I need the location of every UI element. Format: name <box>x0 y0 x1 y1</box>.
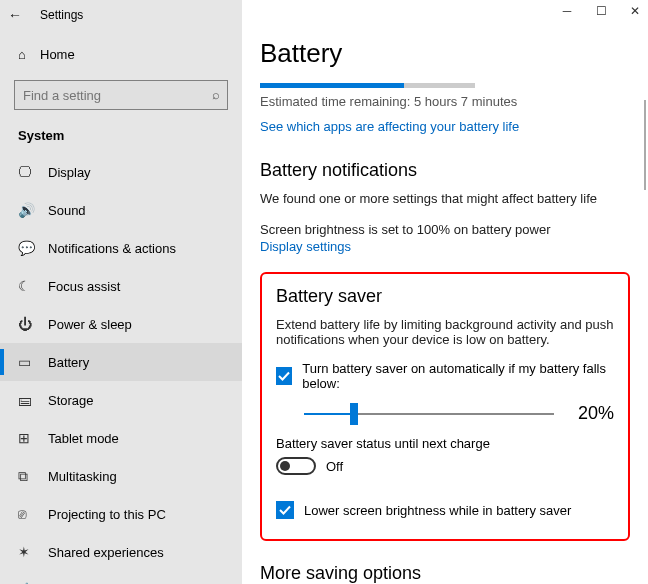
sidebar-item-clipboard[interactable]: 📋Clipboard <box>0 571 242 584</box>
slider-fill <box>304 413 354 415</box>
search-input[interactable] <box>14 80 228 110</box>
sidebar-item-battery[interactable]: ▭Battery <box>0 343 242 381</box>
window-controls: ─ ☐ ✕ <box>560 4 642 18</box>
sidebar-item-notifications-actions[interactable]: 💬Notifications & actions <box>0 229 242 267</box>
titlebar: ← Settings <box>0 0 242 30</box>
minimize-button[interactable]: ─ <box>560 4 574 18</box>
lower-brightness-checkbox-row[interactable]: Lower screen brightness while in battery… <box>276 501 614 519</box>
display-icon: 🖵 <box>18 164 48 180</box>
sidebar-item-label: Focus assist <box>48 279 120 294</box>
sidebar-item-sound[interactable]: 🔊Sound <box>0 191 242 229</box>
power-sleep-icon: ⏻ <box>18 316 48 332</box>
sidebar-item-label: Power & sleep <box>48 317 132 332</box>
status-value: Off <box>326 459 343 474</box>
battery-icon: ▭ <box>18 354 48 370</box>
slider-track[interactable] <box>304 413 554 415</box>
notifications-header: Battery notifications <box>260 160 630 181</box>
sidebar: ← Settings ⌂ Home ⌕ System 🖵Display🔊Soun… <box>0 0 242 584</box>
search-icon: ⌕ <box>212 87 220 102</box>
brightness-note: Screen brightness is set to 100% on batt… <box>260 222 630 237</box>
sidebar-item-label: Multitasking <box>48 469 117 484</box>
more-options-header: More saving options <box>260 563 630 584</box>
battery-progress-fill <box>260 83 404 88</box>
focus-assist-icon: ☾ <box>18 278 48 294</box>
scrollbar[interactable] <box>644 100 646 190</box>
sidebar-item-power-sleep[interactable]: ⏻Power & sleep <box>0 305 242 343</box>
estimated-time: Estimated time remaining: 5 hours 7 minu… <box>260 94 630 109</box>
home-icon: ⌂ <box>18 47 40 62</box>
sidebar-item-label: Shared experiences <box>48 545 164 560</box>
saver-header: Battery saver <box>276 286 614 307</box>
battery-saver-section: Battery saver Extend battery life by lim… <box>260 272 630 541</box>
shared-experiences-icon: ✶ <box>18 544 48 560</box>
sidebar-item-multitasking[interactable]: ⧉Multitasking <box>0 457 242 495</box>
tablet-mode-icon: ⊞ <box>18 430 48 446</box>
page-title: Battery <box>260 38 630 69</box>
battery-progress <box>260 83 475 88</box>
auto-on-checkbox-row[interactable]: Turn battery saver on automatically if m… <box>276 361 614 391</box>
sidebar-item-label: Display <box>48 165 91 180</box>
multitasking-icon: ⧉ <box>18 468 48 485</box>
storage-icon: 🖴 <box>18 392 48 408</box>
sidebar-item-label: Tablet mode <box>48 431 119 446</box>
sidebar-item-home[interactable]: ⌂ Home <box>0 36 242 72</box>
close-button[interactable]: ✕ <box>628 4 642 18</box>
main-content: ─ ☐ ✕ Battery Estimated time remaining: … <box>242 0 648 584</box>
sidebar-item-shared-experiences[interactable]: ✶Shared experiences <box>0 533 242 571</box>
sidebar-item-label: Sound <box>48 203 86 218</box>
auto-on-label: Turn battery saver on automatically if m… <box>302 361 614 391</box>
sidebar-item-focus-assist[interactable]: ☾Focus assist <box>0 267 242 305</box>
projecting-to-this-pc-icon: ⎚ <box>18 506 48 522</box>
sidebar-item-tablet-mode[interactable]: ⊞Tablet mode <box>0 419 242 457</box>
notifications-body: We found one or more settings that might… <box>260 191 630 206</box>
notifications-actions-icon: 💬 <box>18 240 48 256</box>
sidebar-item-label: Storage <box>48 393 94 408</box>
lower-brightness-label: Lower screen brightness while in battery… <box>304 503 571 518</box>
status-label: Battery saver status until next charge <box>276 436 614 451</box>
home-label: Home <box>40 47 75 62</box>
sidebar-section-label: System <box>0 120 242 153</box>
sound-icon: 🔊 <box>18 202 48 218</box>
checkbox-checked-icon[interactable] <box>276 367 292 385</box>
window-title: Settings <box>32 8 83 22</box>
threshold-slider[interactable]: 20% <box>304 403 614 424</box>
toggle-knob <box>280 461 290 471</box>
sidebar-item-storage[interactable]: 🖴Storage <box>0 381 242 419</box>
saver-description: Extend battery life by limiting backgrou… <box>276 317 614 347</box>
maximize-button[interactable]: ☐ <box>594 4 608 18</box>
apps-link[interactable]: See which apps are affecting your batter… <box>260 119 519 134</box>
sidebar-item-label: Notifications & actions <box>48 241 176 256</box>
threshold-value: 20% <box>578 403 614 424</box>
back-icon[interactable]: ← <box>8 7 32 23</box>
sidebar-item-projecting-to-this-pc[interactable]: ⎚Projecting to this PC <box>0 495 242 533</box>
checkbox-checked-icon[interactable] <box>276 501 294 519</box>
toggle-switch-off-icon[interactable] <box>276 457 316 475</box>
sidebar-item-label: Battery <box>48 355 89 370</box>
sidebar-item-label: Projecting to this PC <box>48 507 166 522</box>
sidebar-item-display[interactable]: 🖵Display <box>0 153 242 191</box>
display-settings-link[interactable]: Display settings <box>260 239 351 254</box>
status-toggle[interactable]: Off <box>276 457 614 475</box>
search-box[interactable]: ⌕ <box>14 80 228 110</box>
slider-thumb[interactable] <box>350 403 358 425</box>
status-toggle-row: Battery saver status until next charge O… <box>276 436 614 475</box>
